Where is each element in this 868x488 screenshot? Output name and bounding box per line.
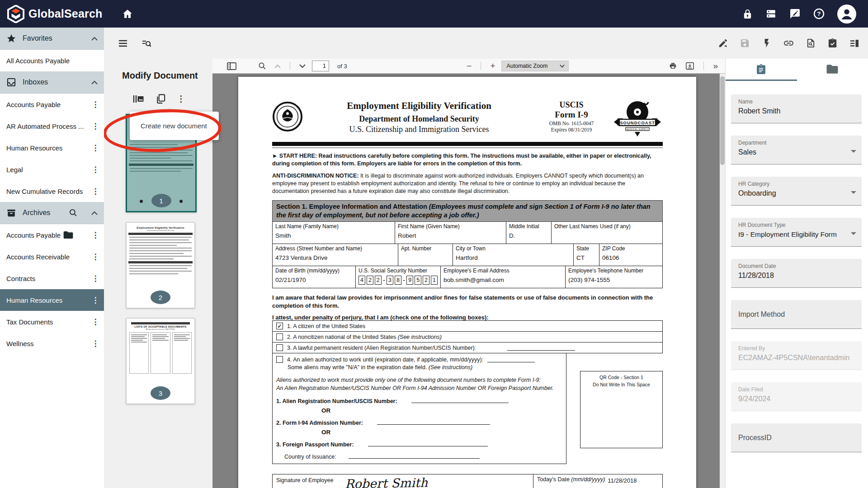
sidebar-section-favorites[interactable]: Favorites [0, 28, 104, 50]
sidebar-item-legal[interactable]: Legal ⋮ [0, 159, 104, 180]
kebab-menu-icon[interactable]: ⋮ [91, 253, 99, 261]
kebab-menu-icon[interactable]: ⋮ [91, 318, 99, 326]
star-icon [6, 33, 16, 43]
chevron-up-icon[interactable] [91, 80, 98, 84]
thumbnail-kebab-icon[interactable]: ⋮ [177, 94, 185, 103]
storage-icon [765, 8, 777, 19]
viewer-scrollbar[interactable] [720, 74, 725, 488]
page-number-badge: 1 [151, 194, 171, 207]
field-hr-category[interactable]: HR Category Onboarding [731, 177, 862, 206]
signature-row: Signature of Employee Robert Smith Today… [272, 474, 663, 488]
page-number-input[interactable]: 1 [312, 61, 329, 71]
sidebar-item-new-cumulative-records[interactable]: New Cumulative Records ⋮ [0, 180, 104, 202]
sidebar-item-all-accounts-payable[interactable]: All Accounts Payable [0, 50, 104, 71]
sidebar-item-ar-automated-process[interactable]: AR Automated Process ... ⋮ [0, 115, 104, 137]
lock-button[interactable] [742, 9, 753, 19]
sidebar-section-archives[interactable]: Archives [0, 202, 104, 224]
search-document-button[interactable] [141, 38, 152, 49]
document-search-button[interactable] [806, 38, 816, 49]
help-button[interactable]: ? [813, 8, 825, 19]
kebab-menu-icon[interactable]: ⋮ [91, 144, 99, 152]
sidebar-item-accounts-receivable[interactable]: Accounts Receivable ⋮ [0, 246, 104, 267]
more-tools-button[interactable]: » [711, 61, 719, 71]
download-button[interactable] [684, 62, 696, 70]
zoom-out-button[interactable]: − [465, 61, 474, 71]
field-department[interactable]: Department Sales [731, 136, 862, 164]
kebab-menu-icon[interactable]: ⋮ [91, 340, 99, 347]
brand-logo[interactable]: GlobalSearch [0, 5, 103, 23]
kebab-menu-icon[interactable]: ⋮ [91, 188, 99, 195]
sidebar-item-accounts-payable-inbox[interactable]: Accounts Payable ⋮ [0, 94, 104, 115]
create-new-document-tooltip[interactable]: Create new document [130, 112, 219, 140]
checkbox-alien-authorized-block: 4. An alien authorized to work until (ex… [272, 353, 566, 464]
tab-folder[interactable] [797, 59, 868, 80]
checkbox-permanent-resident: 3. A lawful permanent resident (Alien Re… [272, 342, 663, 353]
feedback-button[interactable] [789, 8, 801, 19]
thumbnail-view-button[interactable] [133, 94, 145, 104]
workflow-button[interactable] [761, 38, 772, 49]
field-date-filed: Date Filed 9/24/2024 [731, 382, 862, 411]
selection-handle[interactable] [140, 200, 143, 203]
kebab-menu-icon[interactable]: ⋮ [91, 101, 99, 108]
account-button[interactable] [837, 5, 856, 23]
sidebar-section-inboxes[interactable]: Inboxes [0, 71, 104, 94]
scrollbar-thumb[interactable] [720, 76, 725, 165]
split-pages-icon [133, 94, 145, 104]
zoom-in-button[interactable]: + [488, 61, 497, 71]
storage-button[interactable] [765, 8, 777, 19]
field-document-date[interactable]: Document Date 11/28/2018 [731, 259, 862, 288]
field-hr-document-type[interactable]: HR Document Type I9 - Employment Eligibi… [731, 218, 862, 247]
feedback-icon [789, 8, 801, 19]
home-button[interactable] [122, 8, 133, 20]
doc-title: Employment Eligibility Verification [303, 100, 535, 112]
tab-index-fields[interactable] [726, 59, 797, 80]
kebab-menu-icon[interactable]: ⋮ [91, 122, 99, 130]
lightning-icon [761, 38, 772, 48]
kebab-menu-icon[interactable]: ⋮ [91, 166, 99, 174]
field-name[interactable]: Name Robert Smith [731, 94, 862, 123]
toggle-sidebar-button[interactable] [225, 62, 238, 70]
field-process-id[interactable]: ProcessID [731, 423, 862, 452]
pdf-search-button[interactable] [256, 62, 268, 70]
selection-handle[interactable] [179, 200, 183, 203]
kebab-menu-icon[interactable]: ⋮ [91, 231, 99, 239]
page-thumbnail-2[interactable]: Employment Eligibility Verification Depa… [126, 222, 195, 308]
kebab-menu-icon[interactable]: ⋮ [91, 296, 99, 304]
tasks-button[interactable] [827, 38, 838, 49]
zoom-value: Automatic Zoom [506, 63, 547, 69]
zoom-select[interactable]: Automatic Zoom [501, 61, 568, 71]
attest-paragraph: I attest, under penalty of perjury, that… [272, 314, 663, 321]
annotate-button[interactable] [718, 38, 728, 49]
menu-button[interactable] [118, 38, 128, 49]
sidebar-item-accounts-payable-archive[interactable]: Accounts Payable ⋮ [0, 224, 104, 246]
sidebar-item-tax-documents[interactable]: Tax Documents ⋮ [0, 311, 104, 333]
doc-agency: USCIS [535, 100, 608, 110]
field-import-method[interactable]: Import Method [731, 300, 862, 329]
section-label: Archives [23, 209, 50, 217]
printer-icon [669, 62, 677, 70]
sidebar-item-contracts[interactable]: Contracts ⋮ [0, 267, 104, 289]
inbox-icon [6, 77, 16, 87]
page-thumbnail-3[interactable]: LISTS OF ACCEPTABLE DOCUMENTS All docume… [126, 318, 195, 404]
magnifier-icon [258, 62, 266, 70]
search-icon[interactable] [69, 208, 78, 217]
sidebar-item-wellness[interactable]: Wellness ⋮ [0, 333, 104, 354]
panel-layout-button[interactable] [849, 38, 860, 49]
pdf-toolbar: 1 of 3 − + Automatic Zoom [212, 59, 725, 74]
chevron-up-icon[interactable] [91, 211, 98, 215]
previous-page-button[interactable] [273, 64, 283, 68]
next-page-button[interactable] [297, 64, 307, 68]
chevron-up-icon[interactable] [91, 37, 98, 41]
field-ssn: U.S. Social Security Number 422 - 38 - 9… [355, 266, 440, 288]
chevron-down-icon [299, 64, 306, 68]
kebab-menu-icon[interactable]: ⋮ [91, 275, 99, 282]
copy-page-button[interactable] [156, 94, 166, 104]
sidebar-item-human-resources-inbox[interactable]: Human Resources ⋮ [0, 137, 104, 159]
save-button[interactable] [740, 38, 750, 49]
document-search-icon [806, 38, 816, 48]
link-button[interactable] [783, 38, 794, 49]
aware-paragraph: I am aware that federal law provides for… [272, 294, 663, 310]
print-button[interactable] [667, 62, 679, 70]
sidebar-item-human-resources-archive[interactable]: Human Resources ⋮ [0, 289, 104, 311]
home-icon [122, 8, 133, 20]
